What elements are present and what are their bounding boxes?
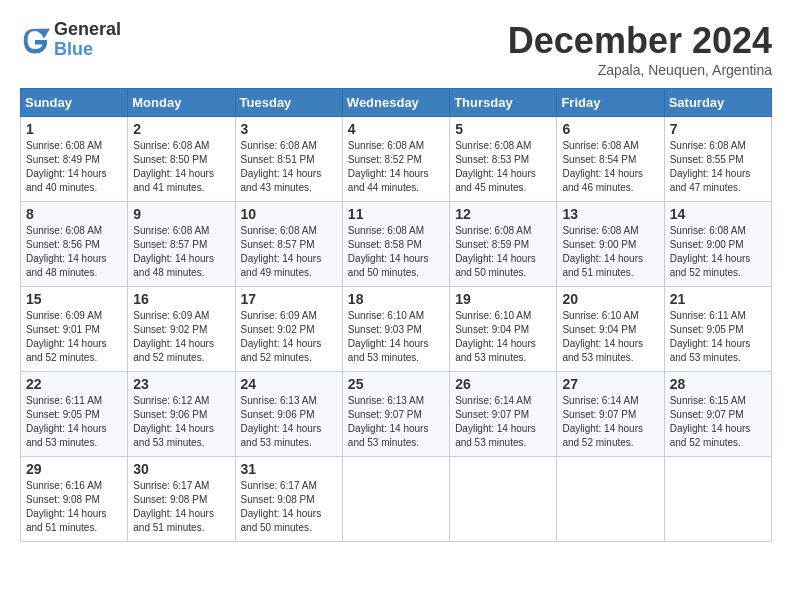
day-number: 2 [133, 121, 229, 137]
calendar-cell: 7Sunrise: 6:08 AM Sunset: 8:55 PM Daylig… [664, 117, 771, 202]
calendar-week-2: 8Sunrise: 6:08 AM Sunset: 8:56 PM Daylig… [21, 202, 772, 287]
calendar-week-1: 1Sunrise: 6:08 AM Sunset: 8:49 PM Daylig… [21, 117, 772, 202]
day-info: Sunrise: 6:10 AM Sunset: 9:04 PM Dayligh… [455, 309, 551, 365]
calendar-cell: 9Sunrise: 6:08 AM Sunset: 8:57 PM Daylig… [128, 202, 235, 287]
day-number: 24 [241, 376, 337, 392]
calendar-cell: 5Sunrise: 6:08 AM Sunset: 8:53 PM Daylig… [450, 117, 557, 202]
calendar-cell: 4Sunrise: 6:08 AM Sunset: 8:52 PM Daylig… [342, 117, 449, 202]
day-info: Sunrise: 6:13 AM Sunset: 9:06 PM Dayligh… [241, 394, 337, 450]
day-info: Sunrise: 6:09 AM Sunset: 9:02 PM Dayligh… [241, 309, 337, 365]
day-info: Sunrise: 6:08 AM Sunset: 8:51 PM Dayligh… [241, 139, 337, 195]
calendar-cell: 12Sunrise: 6:08 AM Sunset: 8:59 PM Dayli… [450, 202, 557, 287]
calendar-cell [557, 457, 664, 542]
weekday-header-thursday: Thursday [450, 89, 557, 117]
day-info: Sunrise: 6:08 AM Sunset: 8:54 PM Dayligh… [562, 139, 658, 195]
day-info: Sunrise: 6:11 AM Sunset: 9:05 PM Dayligh… [670, 309, 766, 365]
logo: General Blue [20, 20, 121, 60]
calendar-cell [342, 457, 449, 542]
day-info: Sunrise: 6:16 AM Sunset: 9:08 PM Dayligh… [26, 479, 122, 535]
day-info: Sunrise: 6:13 AM Sunset: 9:07 PM Dayligh… [348, 394, 444, 450]
day-number: 6 [562, 121, 658, 137]
calendar-cell: 23Sunrise: 6:12 AM Sunset: 9:06 PM Dayli… [128, 372, 235, 457]
day-number: 29 [26, 461, 122, 477]
calendar-cell: 18Sunrise: 6:10 AM Sunset: 9:03 PM Dayli… [342, 287, 449, 372]
header: General Blue December 2024 Zapala, Neuqu… [20, 20, 772, 78]
day-info: Sunrise: 6:08 AM Sunset: 8:49 PM Dayligh… [26, 139, 122, 195]
day-number: 14 [670, 206, 766, 222]
day-number: 22 [26, 376, 122, 392]
weekday-header-saturday: Saturday [664, 89, 771, 117]
day-number: 18 [348, 291, 444, 307]
day-info: Sunrise: 6:10 AM Sunset: 9:04 PM Dayligh… [562, 309, 658, 365]
day-number: 1 [26, 121, 122, 137]
calendar-cell: 8Sunrise: 6:08 AM Sunset: 8:56 PM Daylig… [21, 202, 128, 287]
day-info: Sunrise: 6:17 AM Sunset: 9:08 PM Dayligh… [241, 479, 337, 535]
logo-text: General Blue [54, 20, 121, 60]
day-number: 21 [670, 291, 766, 307]
weekday-header-friday: Friday [557, 89, 664, 117]
day-info: Sunrise: 6:15 AM Sunset: 9:07 PM Dayligh… [670, 394, 766, 450]
calendar-cell: 19Sunrise: 6:10 AM Sunset: 9:04 PM Dayli… [450, 287, 557, 372]
day-number: 4 [348, 121, 444, 137]
calendar-cell [450, 457, 557, 542]
day-number: 10 [241, 206, 337, 222]
calendar-cell: 25Sunrise: 6:13 AM Sunset: 9:07 PM Dayli… [342, 372, 449, 457]
calendar: SundayMondayTuesdayWednesdayThursdayFrid… [20, 88, 772, 542]
day-info: Sunrise: 6:17 AM Sunset: 9:08 PM Dayligh… [133, 479, 229, 535]
day-info: Sunrise: 6:11 AM Sunset: 9:05 PM Dayligh… [26, 394, 122, 450]
day-number: 8 [26, 206, 122, 222]
day-info: Sunrise: 6:08 AM Sunset: 8:50 PM Dayligh… [133, 139, 229, 195]
calendar-cell: 29Sunrise: 6:16 AM Sunset: 9:08 PM Dayli… [21, 457, 128, 542]
calendar-week-3: 15Sunrise: 6:09 AM Sunset: 9:01 PM Dayli… [21, 287, 772, 372]
day-info: Sunrise: 6:08 AM Sunset: 8:59 PM Dayligh… [455, 224, 551, 280]
logo-line1: General [54, 20, 121, 40]
logo-line2: Blue [54, 40, 121, 60]
day-number: 25 [348, 376, 444, 392]
day-number: 28 [670, 376, 766, 392]
weekday-header-tuesday: Tuesday [235, 89, 342, 117]
day-number: 15 [26, 291, 122, 307]
location: Zapala, Neuquen, Argentina [508, 62, 772, 78]
calendar-cell: 6Sunrise: 6:08 AM Sunset: 8:54 PM Daylig… [557, 117, 664, 202]
weekday-header-sunday: Sunday [21, 89, 128, 117]
weekday-header-monday: Monday [128, 89, 235, 117]
calendar-cell: 24Sunrise: 6:13 AM Sunset: 9:06 PM Dayli… [235, 372, 342, 457]
day-number: 11 [348, 206, 444, 222]
calendar-cell: 26Sunrise: 6:14 AM Sunset: 9:07 PM Dayli… [450, 372, 557, 457]
day-info: Sunrise: 6:08 AM Sunset: 9:00 PM Dayligh… [562, 224, 658, 280]
calendar-cell: 30Sunrise: 6:17 AM Sunset: 9:08 PM Dayli… [128, 457, 235, 542]
day-number: 27 [562, 376, 658, 392]
day-number: 23 [133, 376, 229, 392]
calendar-week-4: 22Sunrise: 6:11 AM Sunset: 9:05 PM Dayli… [21, 372, 772, 457]
calendar-cell: 28Sunrise: 6:15 AM Sunset: 9:07 PM Dayli… [664, 372, 771, 457]
month-title: December 2024 [508, 20, 772, 62]
day-number: 16 [133, 291, 229, 307]
calendar-cell: 22Sunrise: 6:11 AM Sunset: 9:05 PM Dayli… [21, 372, 128, 457]
day-number: 12 [455, 206, 551, 222]
calendar-cell: 21Sunrise: 6:11 AM Sunset: 9:05 PM Dayli… [664, 287, 771, 372]
calendar-cell: 17Sunrise: 6:09 AM Sunset: 9:02 PM Dayli… [235, 287, 342, 372]
calendar-cell: 31Sunrise: 6:17 AM Sunset: 9:08 PM Dayli… [235, 457, 342, 542]
calendar-cell: 1Sunrise: 6:08 AM Sunset: 8:49 PM Daylig… [21, 117, 128, 202]
day-info: Sunrise: 6:08 AM Sunset: 8:55 PM Dayligh… [670, 139, 766, 195]
day-number: 20 [562, 291, 658, 307]
day-info: Sunrise: 6:08 AM Sunset: 8:58 PM Dayligh… [348, 224, 444, 280]
day-info: Sunrise: 6:08 AM Sunset: 9:00 PM Dayligh… [670, 224, 766, 280]
day-number: 3 [241, 121, 337, 137]
day-info: Sunrise: 6:08 AM Sunset: 8:52 PM Dayligh… [348, 139, 444, 195]
calendar-body: 1Sunrise: 6:08 AM Sunset: 8:49 PM Daylig… [21, 117, 772, 542]
calendar-cell: 15Sunrise: 6:09 AM Sunset: 9:01 PM Dayli… [21, 287, 128, 372]
calendar-cell: 13Sunrise: 6:08 AM Sunset: 9:00 PM Dayli… [557, 202, 664, 287]
weekday-header-row: SundayMondayTuesdayWednesdayThursdayFrid… [21, 89, 772, 117]
day-info: Sunrise: 6:10 AM Sunset: 9:03 PM Dayligh… [348, 309, 444, 365]
day-info: Sunrise: 6:14 AM Sunset: 9:07 PM Dayligh… [562, 394, 658, 450]
calendar-cell: 10Sunrise: 6:08 AM Sunset: 8:57 PM Dayli… [235, 202, 342, 287]
day-number: 30 [133, 461, 229, 477]
day-info: Sunrise: 6:14 AM Sunset: 9:07 PM Dayligh… [455, 394, 551, 450]
day-info: Sunrise: 6:08 AM Sunset: 8:56 PM Dayligh… [26, 224, 122, 280]
title-area: December 2024 Zapala, Neuquen, Argentina [508, 20, 772, 78]
day-info: Sunrise: 6:12 AM Sunset: 9:06 PM Dayligh… [133, 394, 229, 450]
calendar-cell: 16Sunrise: 6:09 AM Sunset: 9:02 PM Dayli… [128, 287, 235, 372]
calendar-cell: 3Sunrise: 6:08 AM Sunset: 8:51 PM Daylig… [235, 117, 342, 202]
day-number: 5 [455, 121, 551, 137]
